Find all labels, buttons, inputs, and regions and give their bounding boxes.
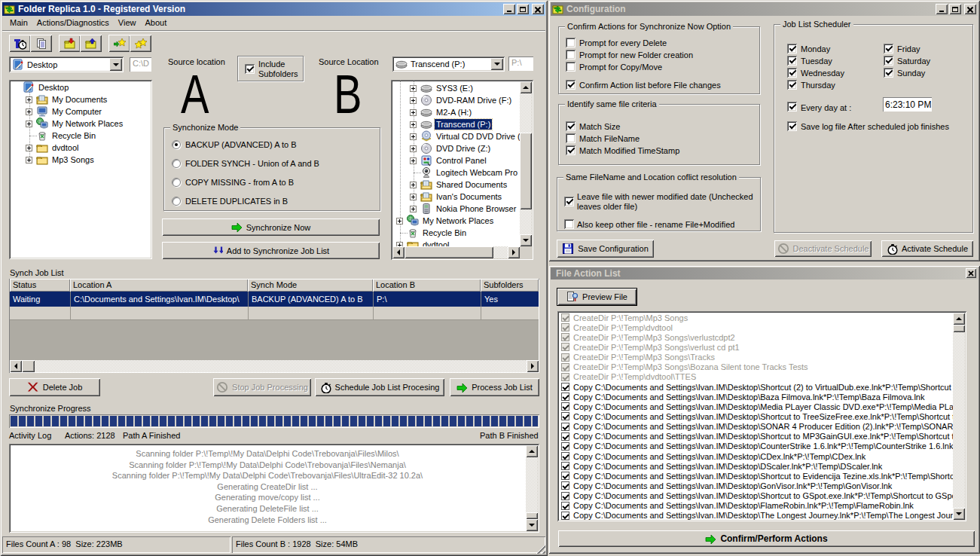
save-log-checkbox[interactable] [787, 121, 797, 131]
file-action-item[interactable]: CreateDir P:\!Temp\Mp3 Songs\verlust cd … [559, 342, 953, 352]
item-checkbox[interactable] [561, 402, 569, 411]
tree-expand-icon[interactable] [26, 108, 32, 115]
scroll-up-button[interactable] [520, 81, 532, 93]
item-checkbox[interactable] [561, 323, 569, 331]
file-action-item[interactable]: Copy C:\Documents and Settings\Ivan.IM\D… [559, 392, 953, 402]
tree-item[interactable]: Recycle Bin [26, 130, 97, 142]
file-action-item[interactable]: CreateDir P:\!Temp\Mp3 Songs\Tracks [559, 353, 953, 362]
scroll-up-button[interactable] [953, 313, 965, 325]
scrollbar-thumb[interactable] [520, 133, 532, 209]
grid-header-subfolders[interactable]: Subfolders [481, 279, 539, 292]
file-action-item[interactable]: Copy C:\Documents and Settings\Ivan.IM\D… [559, 402, 953, 411]
file-action-item[interactable]: Copy C:\Documents and Settings\Ivan.IM\D… [559, 481, 953, 490]
stop-job-button[interactable]: Stop Job Processing [213, 378, 311, 396]
sync-mode-option[interactable]: DELETE DUPLICATES in B [172, 196, 288, 206]
scroll-right-button[interactable] [508, 246, 520, 258]
config-checkbox[interactable] [566, 133, 575, 143]
add-to-job-list-button[interactable]: Add to Synchronize Job List [162, 242, 380, 259]
file-action-item[interactable]: CreateDir P:\!Temp\Mp3 Songs [559, 313, 953, 322]
scrollbar-thumb[interactable] [405, 246, 493, 258]
config-checkbox[interactable] [787, 56, 797, 66]
grid-header-location-b[interactable]: Location B [373, 279, 481, 292]
config-checkbox[interactable] [787, 68, 797, 78]
process-job-button[interactable]: Process Job List [450, 378, 539, 396]
item-checkbox[interactable] [561, 383, 569, 391]
maximize-button[interactable] [949, 4, 961, 14]
close-button[interactable] [966, 268, 976, 278]
scrollbar-thumb[interactable] [953, 325, 965, 332]
tree-expand-icon[interactable] [26, 121, 32, 127]
sync-mode-option[interactable]: FOLDER SYNCH - Union of A and B [172, 158, 319, 169]
tree-item[interactable]: My Network Places [26, 118, 124, 130]
file-action-item[interactable]: CreateDir P:\!Temp\dvdtool [559, 322, 953, 332]
file-action-item[interactable]: Copy C:\Documents and Settings\Ivan.IM\D… [559, 432, 953, 441]
activity-log[interactable]: Scanning folder P:\!Temp\!My Data\Delphi… [9, 444, 539, 533]
item-checkbox[interactable] [561, 333, 569, 341]
config-checkbox[interactable] [566, 50, 575, 60]
tree-item[interactable]: dvdtool [26, 142, 80, 154]
include-subfolders-checkbox[interactable] [245, 64, 255, 74]
tree-item[interactable]: My Computer [26, 105, 103, 118]
path-b-field[interactable]: P:\ [508, 57, 533, 71]
file-action-item[interactable]: Copy C:\Documents and Settings\Ivan.IM\D… [559, 411, 953, 421]
item-checkbox[interactable] [561, 423, 569, 431]
item-checkbox[interactable] [561, 452, 569, 460]
tree-expand-icon[interactable] [410, 206, 417, 212]
item-checkbox[interactable] [561, 363, 569, 371]
file-action-item[interactable]: Copy C:\Documents and Settings\Ivan.IM\D… [559, 382, 953, 392]
scroll-up-button[interactable] [526, 445, 538, 457]
tree-expand-icon[interactable] [396, 218, 403, 225]
file-action-item[interactable]: Copy C:\Documents and Settings\Ivan.IM\D… [559, 441, 953, 451]
tree-item[interactable]: DVD Drive (Z:) [410, 142, 492, 154]
toolbar-button[interactable] [80, 35, 102, 52]
item-checkbox[interactable] [561, 412, 569, 420]
confirm-perform-button[interactable]: Confirm/Perform Actions [558, 530, 975, 547]
config-checkbox[interactable] [884, 44, 893, 53]
toolbar-button[interactable] [130, 35, 151, 52]
tree-item[interactable]: Control Panel [410, 154, 488, 166]
tree-item[interactable]: DVD-RAM Drive (F:) [410, 94, 513, 106]
tree-item[interactable]: My Network Places [396, 215, 495, 227]
item-checkbox[interactable] [561, 353, 569, 362]
menu-item[interactable]: Main [5, 17, 32, 29]
activate-schedule-button[interactable]: Activate Schedule [881, 240, 973, 257]
activity-log-vscrollbar[interactable] [526, 445, 538, 531]
tree-item[interactable]: Nokia Phone Browser [410, 203, 517, 215]
toolbar-button[interactable] [59, 35, 81, 52]
menu-item[interactable]: View [114, 17, 141, 29]
file-action-item[interactable]: Copy C:\Documents and Settings\Ivan.IM\D… [559, 491, 953, 501]
tree-item[interactable]: Mp3 Songs [26, 154, 96, 166]
folder-a-combo-dropdown[interactable] [109, 58, 122, 71]
config-checkbox[interactable] [566, 145, 575, 155]
item-checkbox[interactable] [561, 472, 569, 480]
scrollbar-thumb[interactable] [22, 360, 35, 372]
tree-b[interactable]: SYS3 (E:) DVD-RAM Drive (F:) M2-A (H:) T… [391, 80, 533, 260]
item-checkbox[interactable] [561, 343, 569, 351]
tree-expand-icon[interactable] [410, 145, 417, 152]
file-list-vscrollbar[interactable] [953, 313, 965, 520]
resize-grip[interactable] [536, 544, 545, 554]
tree-b-hscrollbar[interactable] [392, 246, 520, 258]
tree-expand-icon[interactable] [410, 97, 417, 104]
file-action-item[interactable]: CreateDir P:\!Temp\dvdtool\TTES [559, 372, 953, 382]
config-checkbox[interactable] [787, 44, 797, 53]
synchronize-now-button[interactable]: Synchronize Now [162, 218, 380, 236]
minimize-button[interactable] [503, 4, 515, 14]
folder-b-combo-dropdown[interactable] [490, 58, 503, 70]
item-checkbox[interactable] [561, 313, 569, 322]
job-grid-row[interactable]: Waiting C:\Documents and Settings\Ivan.I… [10, 292, 539, 307]
preview-file-button[interactable]: Preview File [557, 289, 637, 305]
grid-header-synch-mode[interactable]: Synch Mode [248, 279, 373, 292]
item-checkbox[interactable] [561, 502, 569, 510]
schedule-job-button[interactable]: Schedule Job List Procesing [315, 378, 444, 396]
folder-b-combobox[interactable]: Transcend (P:) [392, 57, 505, 72]
config-checkbox[interactable] [884, 56, 893, 66]
tree-item[interactable]: Shared Documents [410, 179, 508, 191]
path-a-field[interactable]: C:\D [130, 57, 151, 72]
config-checkbox[interactable] [787, 80, 797, 90]
toolbar-button[interactable] [9, 35, 31, 52]
toolbar-button[interactable] [108, 35, 130, 52]
tree-expand-icon[interactable] [410, 121, 417, 128]
menu-item[interactable]: About [141, 17, 172, 29]
leave-newer-checkbox[interactable] [564, 197, 574, 206]
